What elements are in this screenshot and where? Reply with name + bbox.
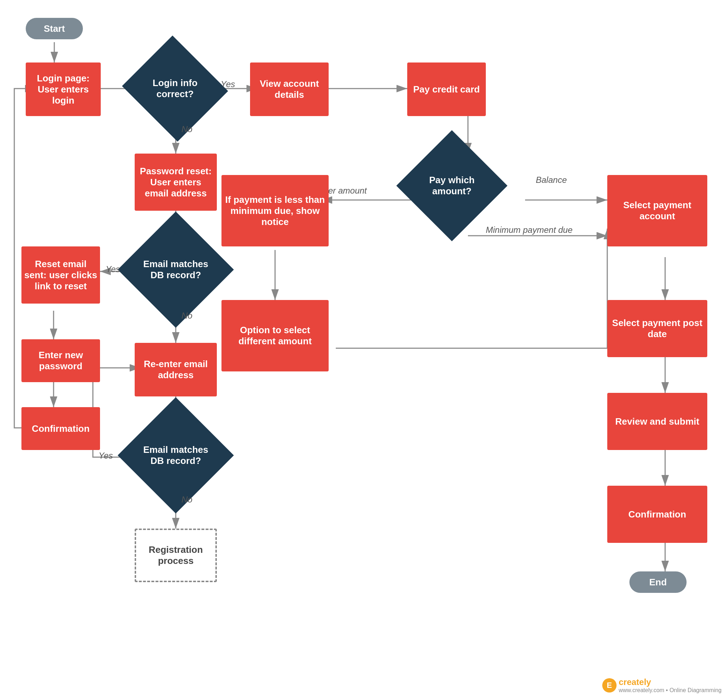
yes-left-2-label: Yes xyxy=(98,451,113,461)
view-account-node: View account details xyxy=(250,62,329,116)
reset-email-node: Reset email sent: user clicks link to re… xyxy=(22,247,100,303)
flowchart-container: Start Login page: User enters login Logi… xyxy=(0,0,728,700)
login-correct-diamond: Login info correct? xyxy=(122,36,228,142)
end-right-node: End xyxy=(630,572,686,593)
yes-left-1-label: Yes xyxy=(106,264,120,274)
start-node: Start xyxy=(26,18,83,39)
registration-process-node: Registration process xyxy=(135,528,217,582)
confirmation-left-node: Confirmation xyxy=(22,407,100,450)
option-select-node: Option to select different amount xyxy=(221,300,329,371)
minimum-payment-label: Minimum payment due xyxy=(486,225,573,235)
creately-brand: creately xyxy=(619,677,722,687)
pay-credit-card-node: Pay credit card xyxy=(407,62,486,116)
review-submit-node: Review and submit xyxy=(607,393,707,450)
email-matches-2-diamond: Email matches DB record? xyxy=(117,397,234,513)
confirmation-right-node: Confirmation xyxy=(607,486,707,543)
password-reset-node: Password reset: User enters email addres… xyxy=(135,154,217,211)
email-matches-1-diamond: Email matches DB record? xyxy=(117,211,234,328)
balance-label: Balance xyxy=(536,175,567,185)
yes-right-label: Yes xyxy=(221,79,235,89)
no-down-2-label: No xyxy=(182,311,192,321)
re-enter-email-node: Re-enter email address xyxy=(135,343,217,397)
creately-subtitle: www.creately.com • Online Diagramming xyxy=(619,687,722,694)
creately-watermark: E creately www.creately.com • Online Dia… xyxy=(602,677,722,694)
payment-notice-node: If payment is less than minimum due, sho… xyxy=(221,175,329,247)
pay-amount-diamond: Pay which amount? xyxy=(396,130,507,241)
no-down-3-label: No xyxy=(182,495,192,505)
creately-logo-icon: E xyxy=(602,678,617,693)
select-payment-account-node: Select payment account xyxy=(607,175,707,247)
no-down-label: No xyxy=(182,124,192,134)
login-page-node: Login page: User enters login xyxy=(26,62,101,116)
select-payment-post-node: Select payment post date xyxy=(607,300,707,357)
enter-new-password-node: Enter new password xyxy=(22,339,100,382)
